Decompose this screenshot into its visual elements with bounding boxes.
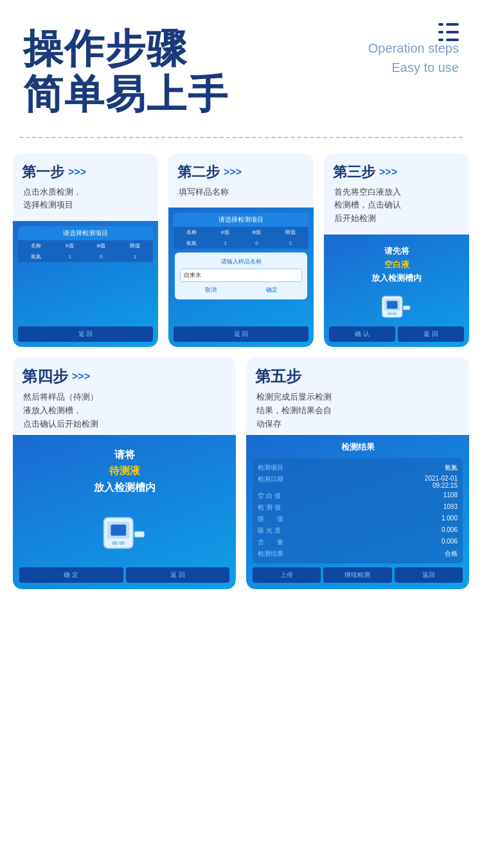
step-4-screen: 请将待测液放入检测槽内 确 定 返 回 <box>13 435 236 589</box>
results-table: 检测项目氨氮 检测日期2021-02-0109:22:15 空 白 值1108 … <box>253 458 463 563</box>
step-card-2: 第二步 >>> 填写样品名称 请选择检测项目 名称K值B值限值 氨氮101 请输… <box>168 154 314 348</box>
svg-rect-16 <box>112 541 118 544</box>
svg-rect-11 <box>393 313 397 315</box>
step-card-4: 第四步 >>> 然后将样品（待测）液放入检测槽，点击确认后开始检测 请将待测液放… <box>13 357 236 589</box>
step-2-input[interactable]: 自来水 <box>180 269 302 282</box>
result-row-item: 检测项目氨氮 <box>258 462 458 474</box>
step-card-5: 第五步 检测完成后显示检测结果，检测结果会自动保存 检测结果 检测项目氨氮 检测… <box>246 357 469 589</box>
step-4-device <box>96 501 154 565</box>
result-row-date: 检测日期2021-02-0109:22:15 <box>258 474 458 490</box>
step-1-screen: 请选择检测项目 名称K值B值限值 氨氮101 返 回 <box>13 221 158 347</box>
step-4-prompt: 请将待测液放入检测槽内 <box>93 441 157 501</box>
step-5-desc: 检测完成后显示检测结果，检测结果会自动保存 <box>255 391 460 430</box>
step-4-confirm-btn[interactable]: 确 定 <box>19 567 123 583</box>
result-row-result: 检测结果合格 <box>258 548 458 560</box>
step-2-dialog: 请输入样品名称 自来水 取消 确定 <box>175 252 307 299</box>
step-5-back-btn[interactable]: 返回 <box>395 567 463 583</box>
step-2-topbar: 请选择检测项目 <box>174 213 308 227</box>
header: 操作步骤 简单易上手 Operation steps Easy to use <box>0 0 482 130</box>
step-3-prompt: 请先将空白液放入检测槽内 <box>370 240 423 290</box>
step-4-back-btn[interactable]: 返 回 <box>126 567 230 583</box>
step-4-number: 第四步 >>> <box>22 366 227 387</box>
step-5-upload-btn[interactable]: 上传 <box>253 567 321 583</box>
step-2-dialog-title: 请输入样品名称 <box>180 258 302 266</box>
step-3-screen: 请先将空白液放入检测槽内 确 认 返 回 <box>324 235 469 347</box>
step-1-back-btn[interactable]: 返 回 <box>18 326 153 342</box>
svg-rect-3 <box>446 31 459 33</box>
section-divider <box>19 137 463 138</box>
subtitle-en: Operation steps Easy to use <box>368 39 459 77</box>
step-1-arrow: >>> <box>68 166 86 178</box>
result-row-blank: 空 白 值1108 <box>258 490 458 502</box>
step-3-arrow: >>> <box>379 166 397 178</box>
svg-rect-17 <box>119 541 125 544</box>
step-3-number: 第三步 >>> <box>333 163 460 182</box>
step-5-screen: 检测结果 检测项目氨氮 检测日期2021-02-0109:22:15 空 白 值… <box>246 435 469 589</box>
result-row-absorbance: 吸 光 度0.006 <box>258 525 458 536</box>
step-card-1: 第一步 >>> 点击水质检测，选择检测项目 请选择检测项目 名称K值B值限值 氨… <box>13 154 158 348</box>
step-3-confirm-btn[interactable]: 确 认 <box>329 326 395 342</box>
result-row-measured: 检 测 值1093 <box>258 502 458 513</box>
results-title: 检测结果 <box>253 441 463 453</box>
step-1-number: 第一步 >>> <box>22 163 149 182</box>
step-1-desc: 点击水质检测，选择检测项目 <box>22 186 149 213</box>
step-3-desc: 首先将空白液放入检测槽，点击确认后开始检测 <box>333 186 460 226</box>
svg-rect-1 <box>446 23 459 26</box>
step-2-cancel-btn[interactable]: 取消 <box>205 286 217 294</box>
step-2-arrow: >>> <box>224 166 242 178</box>
title-line2: 简单易上手 <box>23 71 459 117</box>
step-5-continue-btn[interactable]: 继续检测 <box>323 567 391 583</box>
svg-rect-9 <box>404 306 411 310</box>
step-2-table: 名称K值B值限值 氨氮101 <box>174 227 308 249</box>
step-3-device <box>377 290 416 324</box>
step-5-number: 第五步 <box>255 366 460 387</box>
steps-grid-top: 第一步 >>> 点击水质检测，选择检测项目 请选择检测项目 名称K值B值限值 氨… <box>0 154 482 348</box>
step-2-confirm-btn[interactable]: 确定 <box>266 286 278 294</box>
svg-rect-10 <box>388 313 392 315</box>
step-card-3: 第三步 >>> 首先将空白液放入检测槽，点击确认后开始检测 请先将空白液放入检测… <box>324 154 469 348</box>
step-4-arrow: >>> <box>72 371 90 382</box>
svg-rect-14 <box>111 524 126 535</box>
svg-rect-2 <box>438 31 443 33</box>
step-2-screen: 请选择检测项目 名称K值B值限值 氨氮101 请输入样品名称 自来水 取消 确定 <box>168 208 314 347</box>
step-4-desc: 然后将样品（待测）液放入检测槽，点击确认后开始检测 <box>22 391 227 430</box>
page-container: 操作步骤 简单易上手 Operation steps Easy to use 第… <box>0 0 482 608</box>
step-1-topbar: 请选择检测项目 <box>18 226 153 240</box>
steps-grid-bottom: 第四步 >>> 然后将样品（待测）液放入检测槽，点击确认后开始检测 请将待测液放… <box>0 347 482 608</box>
svg-rect-8 <box>387 301 398 309</box>
result-row-limit: 限 值1.000 <box>258 513 458 525</box>
step-2-back-btn[interactable]: 返 回 <box>174 326 308 342</box>
step-2-number: 第二步 >>> <box>177 163 305 182</box>
step-1-table: 名称K值B值限值 氨氮101 <box>18 240 153 262</box>
result-row-content: 含 量0.006 <box>258 536 458 548</box>
step-3-back-btn[interactable]: 返 回 <box>398 326 464 342</box>
svg-rect-15 <box>134 531 144 537</box>
svg-rect-0 <box>438 23 443 26</box>
step-2-desc: 填写样品名称 <box>177 186 305 199</box>
